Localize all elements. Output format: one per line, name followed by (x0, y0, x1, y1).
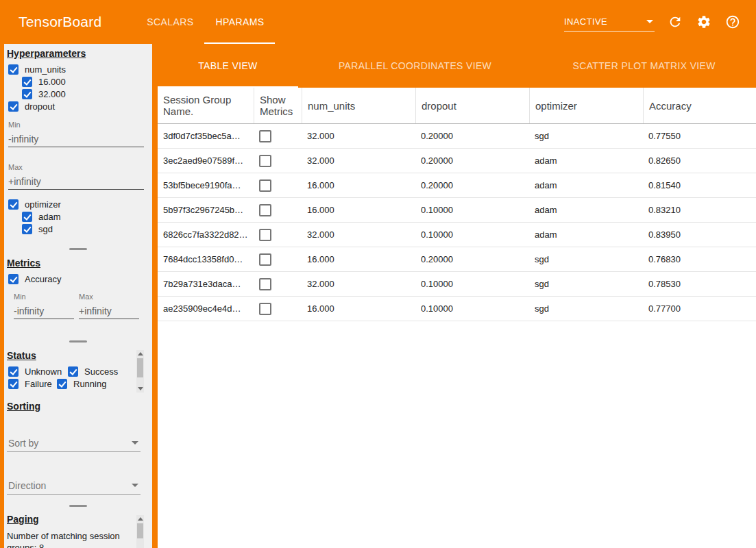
accuracy-cell: 0.78530 (643, 279, 756, 289)
splitter-handle[interactable] (69, 340, 87, 342)
paging-scrollbar[interactable] (136, 515, 144, 548)
dropout-cell: 0.20000 (415, 155, 529, 166)
direction-select[interactable]: Direction (7, 477, 141, 495)
checkbox-checked-icon (68, 366, 78, 377)
show-metrics-cell (254, 303, 302, 315)
session-group-name-cell: 6826cc7fa3322d82… (158, 229, 254, 240)
scroll-down-icon[interactable] (138, 387, 143, 390)
accuracy-cell: 0.77700 (643, 303, 756, 314)
show-metrics-checkbox[interactable] (259, 130, 271, 142)
show-metrics-checkbox[interactable] (259, 253, 271, 266)
session-group-name-cell: 53bf5bece9190fa… (158, 180, 254, 190)
sort-by-select[interactable]: Sort by (7, 434, 141, 452)
hparam-optimizer-checkbox[interactable]: optimizer (8, 199, 61, 210)
session-group-name-cell: 7b29a731e3daca… (158, 279, 254, 289)
show-metrics-checkbox[interactable] (259, 229, 271, 241)
num-units-cell: 16.000 (302, 180, 415, 190)
column-header-dropout[interactable]: dropout (415, 88, 529, 123)
num-units-option-32[interactable]: 32.000 (22, 88, 66, 100)
column-header-session-group-name[interactable]: Session Group Name. (158, 88, 254, 123)
scrollbar-thumb[interactable] (137, 523, 143, 538)
show-metrics-checkbox[interactable] (259, 278, 271, 290)
status-option-success[interactable]: Success (68, 366, 118, 377)
metric-min-input[interactable]: -infinity (14, 302, 74, 319)
tab-parallel-coordinates-view[interactable]: PARALLEL COORDINATES VIEW (298, 44, 533, 88)
show-metrics-checkbox[interactable] (259, 303, 271, 315)
app-title: TensorBoard (19, 14, 101, 30)
help-icon[interactable] (724, 14, 741, 30)
settings-icon[interactable] (696, 14, 712, 30)
show-metrics-checkbox[interactable] (259, 204, 271, 216)
status-scrollbar[interactable] (136, 350, 144, 393)
chevron-down-icon (132, 484, 138, 487)
num-units-cell: 32.000 (302, 131, 415, 141)
chevron-down-icon (132, 441, 138, 445)
checkbox-checked-icon (8, 64, 19, 75)
session-group-name-cell: 7684dcc13358fd0… (158, 254, 254, 264)
session-group-name-cell: 3df0d7cf35bec5a… (158, 131, 254, 141)
column-header-accuracy[interactable]: Accuracy (643, 88, 756, 123)
table-row: ae235909ec4e4d… 16.000 0.10000 sgd 0.777… (158, 297, 756, 321)
status-option-running[interactable]: Running (57, 378, 106, 390)
checkbox-checked-icon (22, 77, 32, 87)
reload-interval-select[interactable]: INACTIVE (564, 12, 655, 32)
optimizer-cell: adam (529, 180, 643, 190)
dropout-max-input[interactable]: +infinity (8, 173, 144, 190)
column-header-show-metrics[interactable]: Show Metrics (254, 88, 302, 123)
optimizer-option-adam[interactable]: adam (22, 211, 61, 223)
accuracy-cell: 0.81540 (643, 180, 756, 190)
dropout-cell: 0.20000 (415, 131, 529, 141)
tab-scatter-plot-matrix-view[interactable]: SCATTER PLOT MATRIX VIEW (532, 44, 756, 88)
accuracy-cell: 0.83210 (643, 205, 756, 215)
checkbox-checked-icon (8, 274, 19, 284)
optimizer-cell: sgd (529, 254, 643, 264)
dropout-cell: 0.10000 (415, 205, 529, 215)
metric-max-label: Max (79, 292, 93, 301)
scrollbar-thumb[interactable] (137, 358, 143, 377)
show-metrics-checkbox[interactable] (259, 179, 271, 192)
optimizer-option-sgd[interactable]: sgd (22, 223, 53, 235)
status-heading: Status (7, 350, 36, 361)
tab-scalars[interactable]: SCALARS (136, 0, 204, 44)
splitter-handle[interactable] (69, 248, 87, 250)
reload-interval-value: INACTIVE (564, 16, 607, 27)
show-metrics-cell (254, 253, 302, 266)
tab-table-view[interactable]: TABLE VIEW (158, 44, 298, 88)
scroll-up-icon[interactable] (138, 517, 143, 521)
dropout-cell: 0.20000 (415, 254, 529, 264)
table-row: 3ec2aed9e07589f… 32.000 0.20000 adam 0.8… (158, 149, 756, 173)
metrics-heading: Metrics (7, 258, 40, 269)
sorting-heading: Sorting (7, 401, 40, 412)
hparams-sidebar: Hyperparameters num_units 16.000 32.000 … (4, 44, 152, 548)
hparam-dropout-checkbox[interactable]: dropout (8, 101, 55, 112)
status-option-unknown[interactable]: Unknown (8, 366, 62, 377)
metric-max-input[interactable]: +infinity (79, 302, 139, 319)
accuracy-cell: 0.76830 (643, 254, 756, 264)
show-metrics-cell (254, 229, 302, 241)
view-tabs: TABLE VIEW PARALLEL COORDINATES VIEW SCA… (158, 44, 756, 88)
num-units-cell: 32.000 (302, 155, 415, 166)
num-units-option-16[interactable]: 16.000 (22, 76, 66, 88)
tab-hparams[interactable]: HPARAMS (204, 0, 275, 44)
metric-accuracy-checkbox[interactable]: Accuracy (8, 273, 61, 285)
show-metrics-cell (254, 204, 302, 216)
refresh-icon[interactable] (667, 14, 683, 30)
checkbox-checked-icon (22, 224, 32, 234)
show-metrics-checkbox[interactable] (259, 155, 271, 167)
table-row: 3df0d7cf35bec5a… 32.000 0.20000 sgd 0.77… (158, 124, 756, 149)
dropout-min-input[interactable]: -infinity (8, 130, 144, 147)
column-header-num-units[interactable]: num_units (302, 88, 415, 123)
session-group-name-cell: 3ec2aed9e07589f… (158, 155, 254, 166)
table-row: 7684dcc13358fd0… 16.000 0.20000 sgd 0.76… (158, 247, 756, 272)
hparam-num-units-checkbox[interactable]: num_units (8, 64, 66, 75)
status-option-failure[interactable]: Failure (8, 378, 52, 390)
matching-session-groups-text: Number of matching session groups: 8 (7, 530, 133, 548)
scroll-up-icon[interactable] (138, 352, 143, 356)
checkbox-checked-icon (8, 379, 19, 389)
optimizer-cell: sgd (529, 303, 643, 314)
column-header-optimizer[interactable]: optimizer (529, 88, 643, 123)
show-metrics-cell (254, 130, 302, 142)
splitter-handle[interactable] (69, 505, 87, 507)
optimizer-cell: adam (529, 155, 643, 166)
checkbox-checked-icon (8, 101, 19, 112)
